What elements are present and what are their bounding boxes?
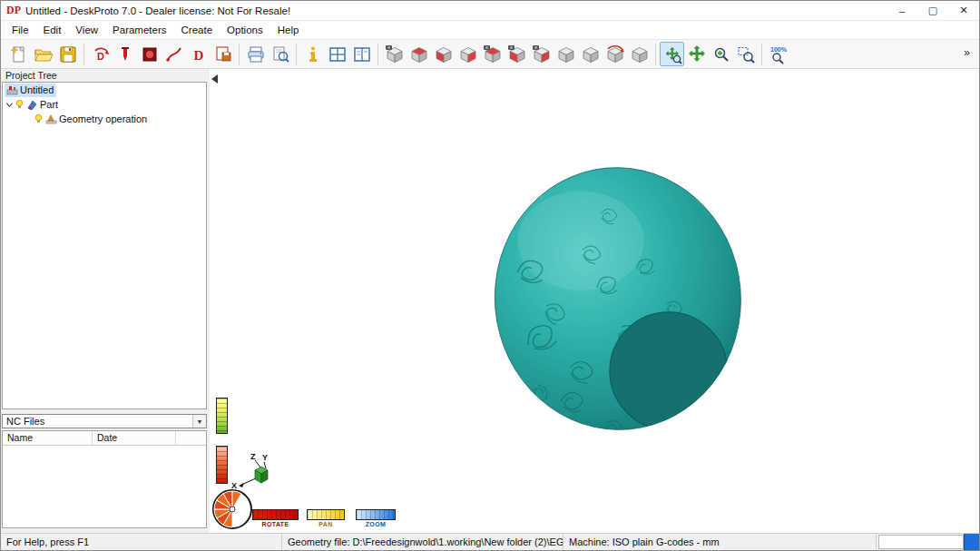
close-button[interactable]: ✕ [948, 1, 979, 21]
menu-options[interactable]: Options [220, 23, 270, 37]
egg-flat-cut-face [610, 312, 727, 429]
project-icon [5, 84, 18, 96]
window-controls: – ▢ ✕ [887, 1, 979, 21]
zoom-100-icon[interactable]: 100% [766, 42, 790, 66]
wizard-rotate-icon[interactable]: D [88, 42, 113, 66]
nc-files-table-header: Name Date [3, 431, 206, 446]
tree-node-geometry-operation[interactable]: Geometry operation [3, 112, 206, 126]
pan-view-icon[interactable] [684, 42, 709, 66]
view-perspective-icon[interactable] [382, 42, 407, 66]
nc-files-table: Name Date [2, 430, 207, 528]
toolbar-separator [377, 44, 378, 65]
menu-create[interactable]: Create [174, 23, 220, 37]
zoom-meter[interactable]: ZOOM [356, 509, 396, 527]
info-icon[interactable] [300, 42, 325, 66]
pan-meter-label: PAN [307, 521, 345, 527]
visibility-bulb-icon[interactable] [15, 99, 24, 110]
axis-z-label: Z [250, 452, 256, 461]
menu-edit[interactable]: Edit [36, 23, 69, 37]
column-header-name[interactable]: Name [3, 431, 93, 445]
column-header-date[interactable]: Date [93, 431, 176, 445]
rotate-meter-label: ROTATE [252, 521, 299, 527]
window-title: Untitled - DeskProto 7.0 - Dealer licens… [25, 5, 290, 16]
status-extra-cell [878, 535, 964, 549]
pan-meter[interactable]: PAN [307, 509, 345, 527]
pan-meter-bar[interactable] [307, 509, 345, 520]
part-icon [25, 99, 38, 111]
tree-node-untitled[interactable]: Untitled [3, 83, 206, 97]
view-top-icon[interactable] [407, 42, 431, 66]
view-left-icon[interactable] [505, 42, 529, 66]
visibility-bulb-icon[interactable] [34, 113, 44, 124]
view-bottom-icon[interactable] [529, 42, 554, 66]
axis-y-label: Y [262, 453, 268, 462]
svg-text:100%: 100% [770, 46, 788, 53]
minimize-button[interactable]: – [887, 1, 917, 21]
cascade-view-icon[interactable] [349, 42, 374, 66]
toolbar: DD100%» [1, 40, 979, 69]
open-project-icon[interactable] [31, 42, 55, 66]
rotate-meter[interactable]: ROTATE [252, 509, 299, 527]
toolbar-separator [655, 44, 656, 65]
split-view-icon[interactable] [325, 42, 349, 66]
tree-node-part[interactable]: Part [3, 97, 206, 112]
wizard-save-icon[interactable] [211, 42, 235, 66]
tree-expander-icon[interactable] [5, 101, 15, 109]
svg-text:D: D [193, 48, 203, 63]
toolbar-separator [296, 44, 297, 65]
status-machine: Machine: ISO plain G-codes - mm [564, 534, 877, 550]
nc-files-dropdown-value: NC Files [3, 416, 192, 427]
status-geometry-file: Geometry file: D:\Freedesignwold\1.worki… [282, 534, 564, 550]
status-progress-block [964, 534, 979, 550]
zoom-window-icon[interactable] [733, 42, 758, 66]
toolbar-separator [761, 44, 762, 65]
view-iso-icon[interactable] [554, 42, 578, 66]
tree-node-label: Geometry operation [59, 113, 147, 124]
axis-x-label: X [231, 481, 237, 490]
zoom-extents-icon[interactable] [660, 42, 684, 66]
status-help-text: For Help, press F1 [1, 534, 282, 550]
app-logo-icon: DP [6, 4, 21, 17]
view-back-icon[interactable] [480, 42, 505, 66]
status-bar: For Help, press F1 Geometry file: D:\Fre… [1, 533, 979, 550]
save-project-icon[interactable] [55, 42, 80, 66]
nc-files-dropdown[interactable]: NC Files ▼ [2, 414, 207, 428]
menu-parameters[interactable]: Parameters [105, 23, 173, 37]
menu-help[interactable]: Help [270, 23, 307, 37]
rotate-meter-bar[interactable] [252, 509, 299, 520]
menu-view[interactable]: View [68, 23, 105, 37]
wizard-relief-icon[interactable] [137, 42, 162, 66]
dropdown-arrow-icon[interactable]: ▼ [192, 415, 206, 428]
svg-text:D: D [97, 51, 104, 62]
wizard-deskproto-icon[interactable]: D [186, 42, 211, 66]
wizard-mill-icon[interactable] [113, 42, 137, 66]
title-bar: DP Untitled - DeskProto 7.0 - Dealer lic… [1, 1, 979, 21]
menu-file[interactable]: File [5, 23, 36, 37]
menu-bar: FileEditViewParametersCreateOptionsHelp [1, 21, 979, 40]
print-preview-icon[interactable] [268, 42, 292, 66]
egg-model [210, 69, 979, 533]
view-axo-icon[interactable] [578, 42, 603, 66]
project-tree-header: Project Tree [1, 69, 210, 81]
view-cube-icon[interactable] [627, 42, 652, 66]
tree-node-label: Untitled [20, 84, 54, 95]
new-document-icon[interactable] [6, 42, 31, 66]
axis-indicator: Z Y X [226, 450, 289, 500]
toolbar-overflow-chevron-icon[interactable]: » [960, 44, 974, 62]
wizard-vector-icon[interactable] [162, 42, 186, 66]
toolbar-separator [83, 44, 84, 65]
toolbar-separator [239, 44, 240, 65]
project-tree: UntitledPartGeometry operation [2, 82, 207, 409]
vertical-meter-yellow[interactable] [216, 398, 228, 434]
view-right-icon[interactable] [456, 42, 480, 66]
deskproto-window: DP Untitled - DeskProto 7.0 - Dealer lic… [0, 0, 980, 551]
rotate-view-icon[interactable] [603, 42, 627, 66]
zoom-meter-label: ZOOM [356, 521, 396, 527]
zoom-in-icon[interactable] [709, 42, 733, 66]
view-front-icon[interactable] [431, 42, 456, 66]
print-icon[interactable] [243, 42, 268, 66]
zoom-meter-bar[interactable] [356, 509, 396, 520]
viewport-3d[interactable]: Z Y X ROTATEPANZOOM [210, 69, 979, 533]
geometry-icon [44, 113, 57, 125]
maximize-button[interactable]: ▢ [917, 1, 948, 21]
